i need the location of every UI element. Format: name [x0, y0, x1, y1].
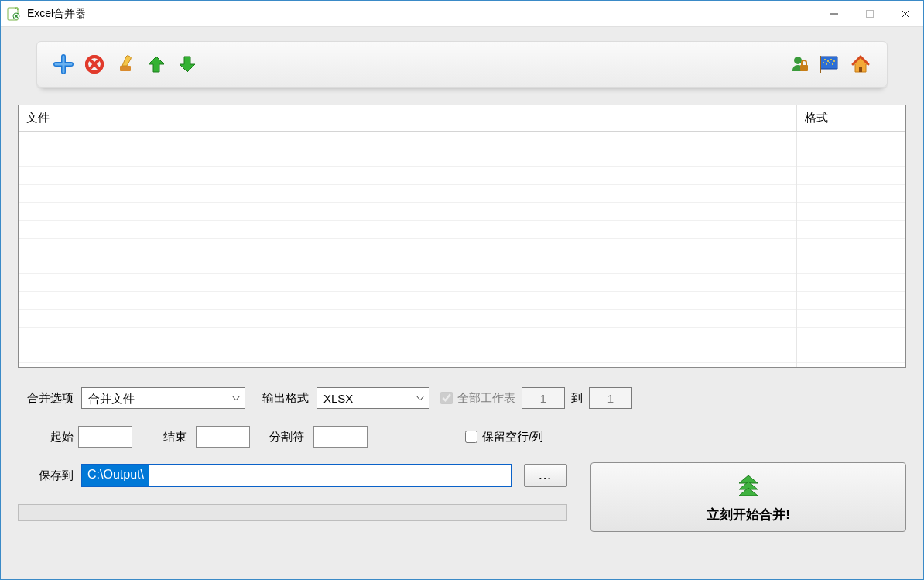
column-header-format[interactable]: 格式: [797, 105, 905, 131]
toolbar: [36, 41, 888, 88]
to-label: 到: [571, 391, 583, 406]
merge-option-select[interactable]: 合并文件: [81, 387, 245, 409]
svg-rect-19: [820, 56, 821, 73]
window-title: Excel合并器: [27, 7, 86, 21]
output-format-label: 输出格式: [262, 391, 309, 406]
merge-button-label: 立刻开始合并!: [707, 506, 790, 523]
grid-header: 文件 格式: [19, 105, 905, 132]
svg-rect-20: [859, 67, 862, 72]
svg-point-12: [827, 60, 829, 62]
file-grid[interactable]: 文件 格式: [18, 105, 906, 368]
start-label: 起始: [18, 430, 74, 444]
app-window: Excel合并器: [0, 0, 924, 580]
sheets-to-input: [589, 387, 632, 409]
column-header-file[interactable]: 文件: [19, 105, 797, 131]
start-input[interactable]: [78, 426, 132, 448]
maximize-button[interactable]: [852, 2, 888, 26]
svg-point-11: [824, 59, 826, 60]
merge-now-button[interactable]: 立刻开始合并!: [590, 462, 906, 532]
remove-button[interactable]: [79, 49, 110, 80]
move-up-button[interactable]: [141, 49, 172, 80]
progress-bar: [18, 504, 567, 521]
options-panel: 合并选项 合并文件 输出格式 XLSX 全部工作表 到 起始 结束: [18, 380, 906, 532]
clear-button[interactable]: [110, 49, 141, 80]
client-area: 文件 格式 合并选项 合并文件 输出格式 XLSX 全部工作表: [1, 27, 923, 579]
sheets-from-input: [522, 387, 565, 409]
svg-point-16: [833, 60, 835, 62]
delimiter-input[interactable]: [313, 426, 368, 448]
merge-icon: [733, 471, 764, 501]
register-button[interactable]: [783, 49, 814, 80]
delimiter-label: 分割符: [255, 430, 309, 444]
add-button[interactable]: [48, 49, 79, 80]
toolbar-container: [18, 36, 906, 105]
svg-point-13: [823, 62, 824, 63]
merge-option-label: 合并选项: [18, 391, 74, 406]
svg-line-7: [90, 60, 98, 68]
minimize-button[interactable]: [816, 2, 852, 26]
keep-blank-checkbox[interactable]: [465, 431, 477, 443]
svg-point-14: [826, 63, 827, 65]
save-to-label: 保存到: [18, 468, 74, 483]
app-icon: [7, 7, 21, 21]
svg-point-15: [830, 59, 832, 60]
end-input[interactable]: [196, 426, 250, 448]
language-button[interactable]: [814, 49, 845, 80]
all-sheets-checkbox: [440, 392, 453, 404]
grid-column-divider: [796, 132, 797, 367]
end-label: 结束: [137, 430, 191, 444]
grid-body[interactable]: [19, 132, 905, 367]
svg-rect-10: [800, 65, 808, 71]
save-path-selection: C:\Output\: [82, 465, 149, 486]
close-button[interactable]: [888, 2, 923, 26]
svg-point-9: [794, 57, 802, 64]
browse-button[interactable]: ...: [524, 464, 567, 487]
all-sheets-label: 全部工作表: [457, 391, 515, 406]
keep-blank-label: 保留空行/列: [482, 430, 543, 444]
home-button[interactable]: [845, 49, 876, 80]
output-format-select[interactable]: XLSX: [317, 387, 429, 409]
titlebar: Excel合并器: [1, 1, 923, 27]
svg-rect-8: [120, 66, 131, 71]
move-down-button[interactable]: [172, 49, 203, 80]
svg-rect-2: [867, 10, 874, 17]
svg-point-18: [832, 63, 833, 65]
svg-point-17: [829, 62, 830, 63]
